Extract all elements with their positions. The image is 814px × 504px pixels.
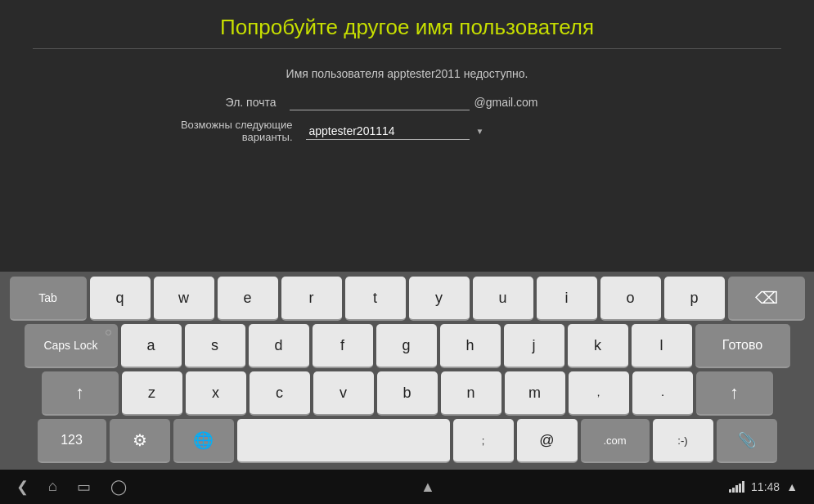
backspace-key[interactable]: ⌫ — [728, 277, 805, 321]
dotcom-key[interactable]: .com — [581, 419, 650, 463]
shift-right-key[interactable]: ↑ — [696, 371, 773, 416]
suggestion-input-wrap: ▼ — [306, 123, 484, 140]
key-f[interactable]: f — [313, 324, 373, 368]
key-j[interactable]: j — [504, 324, 564, 368]
time-display: 11:48 — [751, 480, 780, 493]
email-row: Эл. почта @gmail.com — [178, 93, 636, 110]
unavailable-message: Имя пользователя apptester2011 недоступн… — [286, 67, 528, 80]
signal-bar-5 — [742, 481, 744, 493]
smiley-key[interactable]: :-) — [653, 419, 713, 463]
email-input[interactable] — [290, 93, 470, 110]
signal-bar-3 — [735, 485, 738, 493]
key-h[interactable]: h — [440, 324, 501, 368]
nav-bar: ❮ ⌂ ▭ ◯ ▲ 11:48 ▲ — [0, 470, 814, 504]
nav-left: ❮ ⌂ ▭ ◯ — [16, 478, 127, 496]
key-r[interactable]: r — [281, 277, 342, 321]
key-n[interactable]: n — [441, 371, 501, 416]
key-p[interactable]: p — [664, 277, 725, 321]
nav-right: 11:48 ▲ — [729, 480, 798, 493]
signal-bars — [729, 481, 744, 493]
back-nav-icon[interactable]: ❮ — [16, 478, 29, 496]
wifi-icon: ▲ — [786, 480, 798, 493]
key-b[interactable]: b — [377, 371, 438, 416]
suggestion-input[interactable] — [306, 123, 470, 140]
page-title: Попробуйте другое имя пользователя — [33, 15, 781, 49]
key-e[interactable]: e — [218, 277, 278, 321]
key-y[interactable]: y — [409, 277, 470, 321]
keyboard-row-4: 123 ⚙ 🌐 ; @ .com :-) 📎 — [3, 419, 811, 463]
key-l[interactable]: l — [632, 324, 692, 368]
signal-bar-2 — [732, 488, 735, 493]
key-m[interactable]: m — [505, 371, 565, 416]
key-v[interactable]: v — [313, 371, 374, 416]
semicolon-key[interactable]: ; — [453, 419, 514, 463]
key-g[interactable]: g — [376, 324, 437, 368]
suggestion-row: Возможны следующие варианты. ▼ — [178, 119, 636, 143]
suggestion-arrow-icon: ▼ — [476, 127, 484, 136]
done-key[interactable]: Готово — [695, 324, 790, 368]
key-z[interactable]: z — [122, 371, 182, 416]
caps-lock-key[interactable]: Caps Lock — [25, 324, 118, 368]
shift-left-key[interactable]: ↑ — [42, 371, 119, 416]
signal-bar-1 — [729, 489, 731, 493]
key-a[interactable]: a — [121, 324, 182, 368]
key-s[interactable]: s — [185, 324, 245, 368]
key-comma[interactable]: ， — [569, 371, 629, 416]
key-c[interactable]: c — [250, 371, 310, 416]
key-x[interactable]: x — [186, 371, 246, 416]
keyboard-row-1: Tab q w e r t y u i o p ⌫ — [3, 277, 811, 321]
settings-key[interactable]: ⚙ — [110, 419, 170, 463]
num-key[interactable]: 123 — [38, 419, 106, 463]
keyboard-row-3: ↑ z x c v b n m ， ． ↑ — [3, 371, 811, 416]
tab-key[interactable]: Tab — [10, 277, 87, 321]
attach-key[interactable]: 📎 — [717, 419, 777, 463]
recent-nav-icon[interactable]: ▭ — [77, 478, 91, 496]
content-area: Попробуйте другое имя пользователя Имя п… — [0, 0, 814, 272]
form-area: Имя пользователя apptester2011 недоступн… — [178, 67, 636, 151]
key-i[interactable]: i — [537, 277, 597, 321]
suggestion-label: Возможны следующие варианты. — [178, 119, 293, 143]
nav-center[interactable]: ▲ — [420, 479, 435, 496]
at-key[interactable]: @ — [517, 419, 578, 463]
signal-bar-4 — [739, 484, 741, 493]
key-o[interactable]: o — [600, 277, 661, 321]
home-nav-icon[interactable]: ⌂ — [48, 478, 57, 496]
key-d[interactable]: d — [249, 324, 309, 368]
key-t[interactable]: t — [345, 277, 406, 321]
email-input-wrap: @gmail.com — [290, 93, 538, 110]
key-k[interactable]: k — [568, 324, 628, 368]
key-period[interactable]: ． — [632, 371, 693, 416]
space-key[interactable] — [237, 419, 450, 463]
keyboard: Tab q w e r t y u i o p ⌫ Caps Lock a s … — [0, 272, 814, 470]
keyboard-row-2: Caps Lock a s d f g h j k l Готово — [3, 324, 811, 368]
key-q[interactable]: q — [90, 277, 151, 321]
key-u[interactable]: u — [473, 277, 533, 321]
key-w[interactable]: w — [154, 277, 214, 321]
screenshot-nav-icon[interactable]: ◯ — [110, 478, 127, 496]
gmail-suffix: @gmail.com — [474, 96, 538, 109]
email-label: Эл. почта — [178, 96, 277, 109]
globe-key[interactable]: 🌐 — [173, 419, 234, 463]
